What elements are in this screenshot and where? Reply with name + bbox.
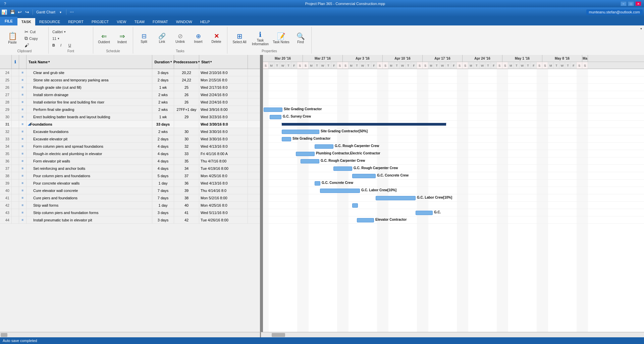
gantt-bar[interactable] (282, 130, 319, 134)
task-duration-cell[interactable]: 3 days (152, 209, 174, 216)
task-name-cell[interactable]: Rough-in electric and plumbing in elevat… (26, 150, 152, 157)
tab-file[interactable]: FILE (0, 17, 17, 25)
task-predecessors-cell[interactable]: 20,22 (174, 69, 199, 76)
close-button[interactable]: ✕ (635, 1, 641, 6)
delete-button[interactable]: ✕ Delete (208, 29, 225, 48)
more-commands-btn[interactable]: ⋯ (68, 9, 75, 15)
gantt-bar[interactable] (333, 166, 352, 171)
tab-window[interactable]: WINDOW (172, 18, 196, 25)
font-size-selector[interactable]: 11 ▾ (51, 36, 91, 42)
gantt-bar[interactable] (270, 115, 281, 119)
task-duration-cell[interactable]: 2 days (152, 76, 174, 83)
copy-button[interactable]: ⧉ Copy (23, 36, 46, 42)
italic-button[interactable]: I (59, 42, 66, 48)
task-start-cell[interactable]: Tue 4/19/16 8:00 (199, 165, 248, 172)
task-name-cell[interactable]: Form elevator pit walls (26, 157, 152, 164)
task-start-cell[interactable]: Wed 3/30/16 8:0 (199, 121, 248, 128)
task-row[interactable]: 33≡Excavate elevator pit2 days30Wed 3/30… (0, 135, 260, 143)
link-button[interactable]: 🔗 Link (153, 29, 171, 48)
task-row[interactable]: 44≡Install pneumatic tube in elevator pi… (0, 216, 260, 224)
task-row[interactable]: 39≡Pour concrete elevator walls1 day36We… (0, 180, 260, 187)
task-duration-cell[interactable]: 1 day (152, 180, 174, 187)
task-name-cell[interactable]: Stone site access and temporary parking … (26, 76, 152, 83)
task-predecessors-cell[interactable]: 27FF+1 day (174, 106, 199, 113)
task-predecessors-cell[interactable]: 33 (174, 150, 199, 157)
gantt-bar[interactable] (296, 152, 315, 156)
left-scrollbar[interactable] (0, 332, 261, 337)
tab-format[interactable]: FORMAT (149, 18, 172, 25)
user-email-badge[interactable]: munteanu.stefan@outlook.com (586, 9, 643, 15)
task-start-cell[interactable]: Mon 5/2/16 8:00 (199, 194, 248, 201)
task-predecessors-cell[interactable]: 37 (174, 172, 199, 179)
paste-button[interactable]: 📋 Paste (3, 29, 22, 48)
task-start-cell[interactable]: Wed 5/11/16 8:0 (199, 209, 248, 216)
task-start-cell[interactable]: Wed 3/23/16 8:0 (199, 113, 248, 120)
task-predecessors-cell[interactable]: 30 (174, 135, 199, 142)
task-row[interactable]: 32≡Excavate foundations2 wks30Wed 3/30/1… (0, 128, 260, 135)
cut-button[interactable]: ✂ Cut (23, 29, 46, 35)
tab-view[interactable]: VIEW (113, 18, 130, 25)
task-duration-cell[interactable]: 4 days (152, 150, 174, 157)
save-quick-btn[interactable]: 💾 (9, 9, 16, 15)
task-predecessors-cell[interactable]: 29 (174, 113, 199, 120)
task-duration-cell[interactable]: 7 days (152, 194, 174, 201)
task-name-cell[interactable]: Set reinforcing and anchor bolts (26, 165, 152, 172)
task-predecessors-cell[interactable]: 34 (174, 165, 199, 172)
task-name-cell[interactable]: Cure elevator wall concrete (26, 187, 152, 194)
task-name-cell[interactable]: Clear and grub site (26, 69, 152, 76)
help-button[interactable]: ? (3, 1, 7, 6)
task-start-cell[interactable]: Mon 4/25/16 8:0 (199, 202, 248, 209)
undo-quick-btn[interactable]: ↩ (16, 9, 23, 15)
task-row[interactable]: 37≡Set reinforcing and anchor bolts4 day… (0, 165, 260, 172)
outdent-button[interactable]: ⇐ Outdent (95, 29, 113, 48)
ribbon-expand-btn[interactable]: ▾ (640, 27, 642, 30)
task-start-cell[interactable]: Mon 2/15/16 8:0 (199, 76, 248, 83)
task-name-cell[interactable]: ◢ Foundations (26, 121, 152, 128)
task-start-cell[interactable]: Wed 3/30/16 8:0 (199, 135, 248, 142)
task-name-cell[interactable]: Cure piers and foundations (26, 194, 152, 201)
task-row[interactable]: 41≡Cure piers and foundations7 days38Mon… (0, 194, 260, 202)
gantt-bar[interactable] (315, 144, 333, 149)
task-predecessors-cell[interactable] (174, 121, 199, 128)
start-header[interactable]: Start ▾ (199, 55, 248, 69)
gantt-bar[interactable] (320, 189, 360, 193)
task-predecessors-cell[interactable]: 38 (174, 194, 199, 201)
task-row[interactable]: 24≡Clear and grub site3 days20,22Wed 2/1… (0, 69, 260, 76)
bold-button[interactable]: B (51, 42, 58, 48)
task-notes-button[interactable]: 📝 Task Notes (271, 29, 291, 48)
task-row[interactable]: 25≡Stone site access and temporary parki… (0, 76, 260, 84)
task-predecessors-cell[interactable]: 40 (174, 202, 199, 209)
task-start-cell[interactable]: Wed 2/17/16 8:0 (199, 84, 248, 91)
minimize-button[interactable]: − (621, 1, 627, 6)
right-scrollbar[interactable] (261, 332, 644, 337)
gantt-bar[interactable] (282, 137, 291, 141)
task-start-cell[interactable]: Wed 4/13/16 8:0 (199, 143, 248, 150)
task-name-cell[interactable]: Install storm drainage (26, 91, 152, 98)
task-name-cell[interactable]: Pour concrete elevator walls (26, 180, 152, 187)
task-name-cell[interactable]: Perform final site grading (26, 106, 152, 113)
task-name-cell[interactable]: Excavate foundations (26, 128, 152, 135)
task-name-cell[interactable]: Pour column piers and foundations (26, 172, 152, 179)
task-duration-cell[interactable]: 7 days (152, 187, 174, 194)
find-button[interactable]: 🔍 Find (292, 29, 309, 48)
task-row[interactable]: 29≡Perform final site grading2 wks27FF+1… (0, 106, 260, 113)
task-row[interactable]: 27≡Install storm drainage2 wks26Wed 2/24… (0, 91, 260, 98)
tab-help[interactable]: HELP (196, 18, 214, 25)
underline-button[interactable]: U (67, 42, 74, 48)
task-name-cell[interactable]: Rough grade site (cut and fill) (26, 84, 152, 91)
task-predecessors-cell[interactable]: 24,22 (174, 76, 199, 83)
task-row[interactable]: 28≡Install exterior fire line and buildi… (0, 98, 260, 106)
view-selector-dropdown[interactable]: ▾ (57, 9, 64, 15)
task-name-cell[interactable]: Form column piers and spread foundations (26, 143, 152, 150)
task-name-cell[interactable]: Strip column piers and foundation forms (26, 209, 152, 216)
gantt-bar[interactable] (301, 159, 319, 163)
task-start-cell[interactable]: Thu 4/7/16 8:00 (199, 157, 248, 164)
task-name-cell[interactable]: Erect building batter boards and layout … (26, 113, 152, 120)
task-duration-cell[interactable]: 4 days (152, 157, 174, 164)
task-duration-cell[interactable]: 4 days (152, 165, 174, 172)
task-row[interactable]: 38≡Pour column piers and foundations5 da… (0, 172, 260, 180)
task-duration-cell[interactable]: 2 days (152, 135, 174, 142)
task-start-cell[interactable]: Tue 4/26/16 8:00 (199, 216, 248, 223)
tab-report[interactable]: REPORT (64, 18, 88, 25)
task-predecessors-cell[interactable]: 30 (174, 128, 199, 135)
